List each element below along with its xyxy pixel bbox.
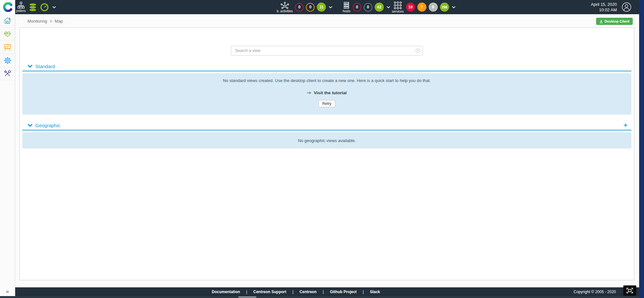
hosts-down-badge[interactable]: 0 xyxy=(353,3,361,12)
home-icon xyxy=(3,16,12,25)
retry-button[interactable]: Retry xyxy=(318,100,336,107)
hosts-unreachable-badge[interactable]: 0 xyxy=(364,3,372,12)
sidebar-item-monitoring[interactable] xyxy=(0,27,15,41)
footer-link-github-project[interactable]: Github Project xyxy=(330,290,357,294)
hosts-up-badge[interactable]: 42 xyxy=(375,3,384,12)
user-icon xyxy=(622,2,631,12)
clock-time: 10:02 AM xyxy=(591,7,617,13)
views-panel: Standard No standard views created. Use … xyxy=(19,27,634,280)
footer-link-centreon-support[interactable]: Centreon Support xyxy=(253,290,286,294)
standard-empty-message: No standard views created. Use the deskt… xyxy=(22,78,631,83)
footer-separator: | xyxy=(323,290,324,294)
standard-collapse-chevron-icon[interactable] xyxy=(28,65,32,68)
window-edge-strip xyxy=(639,0,644,298)
standard-empty-box: No standard views created. Use the deskt… xyxy=(22,73,631,115)
pollers-icon xyxy=(17,2,25,9)
services-icon xyxy=(394,1,402,9)
search-container xyxy=(231,46,423,56)
latency-gauge-icon[interactable] xyxy=(40,3,49,12)
clock-date: April 15, 2020 xyxy=(591,2,617,7)
footer-link-slack[interactable]: Slack xyxy=(370,290,380,294)
hosts-menu[interactable]: hosts xyxy=(343,0,350,14)
sidebar-item-map[interactable] xyxy=(0,41,15,54)
services-group: services 10 7 9 298 xyxy=(392,0,456,14)
services-critical-badge[interactable]: 10 xyxy=(406,3,415,12)
horizontal-scrollbar-thumb[interactable] xyxy=(238,296,256,298)
footer-link-documentation[interactable]: Documentation xyxy=(212,290,240,294)
business-activities-menu[interactable]: b. activities xyxy=(277,0,293,14)
arrow-right-icon xyxy=(307,91,312,95)
standard-section-header: Standard xyxy=(22,63,631,70)
database-icon[interactable] xyxy=(28,3,37,12)
horizontal-scrollbar[interactable] xyxy=(0,296,639,298)
footer-link-centreon[interactable]: Centreon xyxy=(300,290,317,294)
services-unknown-badge[interactable]: 9 xyxy=(429,3,438,12)
fullscreen-button[interactable] xyxy=(623,285,636,296)
centreon-logo[interactable] xyxy=(0,0,15,14)
tutorial-link[interactable]: Visit the tutorial xyxy=(22,90,631,95)
footer-separator: | xyxy=(292,290,293,294)
hosts-label: hosts xyxy=(343,9,350,13)
business-activities-icon xyxy=(280,2,289,9)
ba-ok-badge[interactable]: 11 xyxy=(317,3,326,12)
heartbeat-icon xyxy=(3,30,12,38)
download-icon xyxy=(599,20,603,23)
desktop-client-button[interactable]: Desktop Client xyxy=(596,18,633,25)
services-chevron-down-icon[interactable] xyxy=(451,5,456,9)
breadcrumb: Monitoring > Map xyxy=(27,19,63,24)
sidebar-expand-button[interactable]: » xyxy=(0,288,15,295)
ba-chevron-down-icon[interactable] xyxy=(328,5,333,9)
copyright: Copyright © 2005 - 2020 xyxy=(574,287,616,296)
breadcrumb-current: Map xyxy=(55,19,63,24)
business-activities-group: b. activities 0 0 11 xyxy=(277,0,333,14)
clock: April 15, 2020 10:02 AM xyxy=(591,2,617,13)
services-ok-badge[interactable]: 298 xyxy=(440,3,449,12)
fullscreen-icon xyxy=(626,288,633,293)
services-label: services xyxy=(392,10,404,13)
search-input[interactable] xyxy=(231,46,423,56)
breadcrumb-separator: > xyxy=(50,19,52,24)
pollers-menu[interactable]: pollers xyxy=(16,0,26,14)
add-geographic-view-button[interactable]: + xyxy=(622,122,631,129)
footer-links: Documentation | Centreon Support | Centr… xyxy=(212,287,380,296)
pollers-chevron-down-icon[interactable] xyxy=(52,5,57,9)
footer-separator: | xyxy=(363,290,364,294)
standard-section-rule xyxy=(22,71,631,71)
geographic-section-title[interactable]: Geographic xyxy=(35,123,60,128)
centreon-logo-icon xyxy=(3,2,13,12)
ba-critical-badge[interactable]: 0 xyxy=(295,3,304,12)
pollers-label: pollers xyxy=(16,9,26,13)
sidebar-item-configuration[interactable] xyxy=(0,54,15,67)
hosts-icon xyxy=(343,2,350,9)
presentation-chart-icon xyxy=(3,43,12,51)
search-clear-button[interactable] xyxy=(415,48,420,53)
geographic-section-rule xyxy=(22,130,631,130)
geographic-empty-box: No geographic views available. xyxy=(22,132,631,149)
hosts-group: hosts 0 0 42 xyxy=(343,0,391,14)
pollers-group: pollers xyxy=(16,0,57,14)
geographic-section-header: Geographic + xyxy=(22,122,631,129)
services-warning-badge[interactable]: 7 xyxy=(417,3,426,12)
breadcrumb-monitoring[interactable]: Monitoring xyxy=(27,19,47,24)
top-bar: pollers b. activities xyxy=(0,0,644,14)
footer: Documentation | Centreon Support | Centr… xyxy=(15,287,639,296)
sidebar-item-administration[interactable] xyxy=(0,67,15,80)
gear-icon xyxy=(4,57,12,65)
ba-warning-badge[interactable]: 0 xyxy=(306,3,315,12)
user-menu-button[interactable] xyxy=(622,2,631,12)
desktop-client-label: Desktop Client xyxy=(605,19,629,23)
sidebar: » xyxy=(0,14,15,296)
sidebar-item-home[interactable] xyxy=(0,14,15,27)
footer-separator: | xyxy=(246,290,247,294)
tutorial-link-label: Visit the tutorial xyxy=(314,90,347,95)
business-activities-label: b. activities xyxy=(277,9,293,13)
hosts-chevron-down-icon[interactable] xyxy=(386,5,391,9)
clear-circle-icon xyxy=(415,48,420,53)
geographic-empty-message: No geographic views available. xyxy=(298,138,356,143)
wrench-icon xyxy=(3,69,12,78)
standard-section: Standard No standard views created. Use … xyxy=(22,63,631,115)
main-content: Monitoring > Map Desktop Client xyxy=(15,14,639,287)
services-menu[interactable]: services xyxy=(392,0,404,14)
standard-section-title[interactable]: Standard xyxy=(35,64,55,69)
geographic-collapse-chevron-icon[interactable] xyxy=(28,124,32,127)
